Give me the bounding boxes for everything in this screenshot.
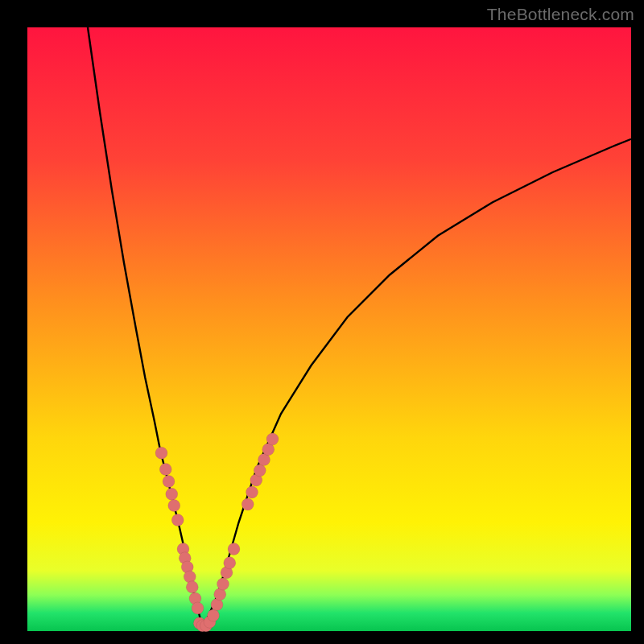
scatter-dot [224, 557, 236, 569]
scatter-dot [266, 433, 279, 445]
curve-right-branch [203, 139, 632, 628]
scatter-dot [254, 464, 266, 477]
scatter-dot [166, 488, 178, 500]
curve-left-branch [88, 27, 203, 628]
scatter-dot [155, 447, 167, 459]
outer-frame: TheBottleneck.com [0, 0, 644, 644]
plot-area [27, 27, 631, 631]
scatter-dot [168, 500, 180, 512]
scatter-dot [184, 571, 196, 583]
scatter-dots [155, 433, 279, 632]
scatter-dot [186, 581, 198, 593]
scatter-dot [242, 498, 254, 510]
scatter-dot [208, 609, 220, 621]
scatter-dot [192, 602, 204, 614]
scatter-dot [228, 543, 240, 555]
scatter-dot [171, 514, 184, 526]
scatter-dot [217, 578, 229, 590]
curve-svg [27, 27, 631, 631]
watermark-text: TheBottleneck.com [487, 5, 634, 24]
scatter-dot [246, 486, 258, 498]
scatter-dot [159, 464, 171, 476]
scatter-dot [163, 476, 175, 488]
